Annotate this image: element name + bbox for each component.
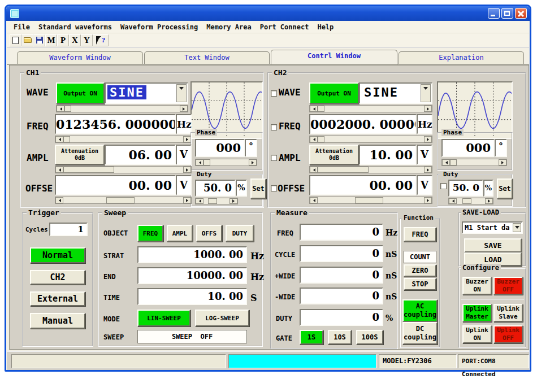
ch2-duty-set-button[interactable]: Set bbox=[497, 178, 513, 199]
ch2-wave-scrollbar[interactable] bbox=[309, 105, 432, 112]
save-memory-button[interactable]: SAVE bbox=[464, 238, 522, 252]
scroll-thumb[interactable] bbox=[462, 198, 471, 204]
sweep-off-button[interactable]: SWEEP OFF bbox=[137, 330, 247, 343]
ch1-ampl-scrollbar[interactable] bbox=[55, 166, 192, 173]
gate-10s-button[interactable]: 10S bbox=[328, 330, 352, 345]
ch2-freq-value[interactable]: 0002000. 000000 bbox=[309, 114, 417, 134]
title-bar[interactable] bbox=[6, 6, 530, 21]
memory-dropdown-button[interactable] bbox=[513, 223, 521, 232]
ch2-freq-scrollbar[interactable] bbox=[309, 136, 432, 143]
close-button[interactable] bbox=[515, 8, 527, 19]
ch2-ampl-scrollbar[interactable] bbox=[309, 166, 432, 173]
buzzer-on-button[interactable]: Buzzer ON bbox=[462, 277, 492, 295]
trigger-ch2-button[interactable]: CH2 bbox=[30, 270, 85, 285]
scroll-left-button[interactable] bbox=[55, 136, 63, 142]
new-file-button[interactable] bbox=[10, 34, 21, 46]
tab-explanation[interactable]: Explanation bbox=[399, 51, 524, 64]
maximize-button[interactable] bbox=[501, 8, 513, 19]
ch2-attenuation-button[interactable]: Attenuation 0dB bbox=[309, 145, 359, 165]
uplink-on-button[interactable]: Uplink ON bbox=[462, 325, 492, 343]
sweep-object-offs-button[interactable]: OFFS bbox=[196, 225, 222, 242]
scroll-left-button[interactable] bbox=[310, 106, 318, 112]
scroll-left-button[interactable] bbox=[196, 159, 203, 165]
sweep-strat-value[interactable]: 1000. 00 bbox=[137, 246, 247, 263]
sweep-object-ampl-button[interactable]: AMPL bbox=[167, 225, 193, 242]
ch1-freq-scrollbar[interactable] bbox=[55, 136, 192, 143]
scroll-thumb[interactable] bbox=[355, 197, 383, 203]
sweep-lin-button[interactable]: LIN-SWEEP bbox=[137, 310, 190, 326]
function-stop-button[interactable]: STOP bbox=[404, 278, 436, 290]
ch2-duty-scrollbar[interactable] bbox=[448, 198, 493, 204]
scroll-thumb[interactable] bbox=[318, 167, 369, 173]
scroll-right-button[interactable] bbox=[485, 198, 493, 204]
sweep-object-freq-button[interactable]: FREQ bbox=[137, 225, 163, 242]
scroll-right-button[interactable] bbox=[183, 197, 191, 203]
scroll-left-button[interactable] bbox=[310, 136, 318, 142]
ch2-ampl-checkbox[interactable] bbox=[271, 155, 277, 161]
tool-x-button[interactable]: X bbox=[69, 34, 81, 46]
sweep-object-duty-button[interactable]: DUTY bbox=[226, 225, 254, 242]
tab-text-window[interactable]: Text Window bbox=[144, 51, 270, 64]
ch2-wave-select[interactable]: SINE bbox=[359, 82, 432, 104]
ch1-attenuation-button[interactable]: Attenuation 0dB bbox=[55, 145, 105, 165]
trigger-normal-button[interactable]: Normal bbox=[30, 247, 85, 263]
ch2-freq-checkbox[interactable] bbox=[271, 124, 277, 130]
scroll-thumb[interactable] bbox=[63, 167, 114, 173]
ch1-duty-scrollbar[interactable] bbox=[195, 198, 238, 204]
function-freq-button[interactable]: FREQ bbox=[404, 227, 436, 242]
sweep-time-value[interactable]: 10. 00 bbox=[137, 288, 247, 305]
menu-standard-waveforms[interactable]: Standard waveforms bbox=[38, 23, 112, 31]
tool-y-button[interactable]: Y bbox=[81, 34, 93, 46]
ch2-output-on-button[interactable]: Output ON bbox=[309, 82, 359, 104]
ch1-offse-value[interactable]: 00. 00 bbox=[55, 175, 176, 195]
ch2-duty-value[interactable]: 50. 0 bbox=[448, 180, 483, 197]
scroll-left-button[interactable] bbox=[310, 167, 318, 173]
menu-file[interactable]: File bbox=[14, 23, 30, 31]
ch1-offse-scrollbar[interactable] bbox=[55, 197, 192, 204]
ch1-wave-scrollbar[interactable] bbox=[56, 105, 188, 112]
ac-coupling-button[interactable]: AC coupling bbox=[402, 299, 438, 322]
ch2-offse-checkbox[interactable] bbox=[271, 185, 277, 191]
scroll-left-button[interactable] bbox=[55, 167, 63, 173]
ch1-freq-value[interactable]: 0123456. 000000 bbox=[55, 114, 176, 134]
memory-select[interactable]: M1 Start da bbox=[462, 221, 523, 234]
ch2-phase-value[interactable]: 000 bbox=[441, 139, 495, 157]
context-help-button[interactable]: ? bbox=[93, 34, 109, 46]
trigger-manual-button[interactable]: Manual bbox=[30, 313, 85, 329]
ch1-output-on-button[interactable]: Output ON bbox=[56, 82, 105, 104]
sweep-end-value[interactable]: 10000. 00 bbox=[137, 267, 247, 284]
scroll-left-button[interactable] bbox=[196, 198, 203, 204]
scroll-right-button[interactable] bbox=[183, 167, 191, 173]
dc-coupling-button[interactable]: DC coupling bbox=[402, 322, 438, 345]
ch2-wave-checkbox[interactable] bbox=[271, 90, 277, 97]
scroll-left-button[interactable] bbox=[442, 159, 450, 165]
open-file-button[interactable] bbox=[21, 34, 33, 46]
menu-waveform-processing[interactable]: Waveform Processing bbox=[120, 23, 198, 31]
scroll-thumb[interactable] bbox=[318, 106, 324, 112]
buzzer-off-button[interactable]: Buzzer OFF bbox=[493, 277, 523, 295]
scroll-right-button[interactable] bbox=[180, 106, 188, 112]
sweep-log-button[interactable]: LOG-SWEEP bbox=[195, 310, 249, 326]
scroll-right-button[interactable] bbox=[229, 198, 237, 204]
ch2-offse-value[interactable]: 00. 00 bbox=[309, 175, 417, 195]
scroll-right-button[interactable] bbox=[249, 159, 257, 165]
menu-port-connect[interactable]: Port Connect bbox=[260, 23, 309, 31]
function-count-button[interactable]: COUNT bbox=[404, 251, 436, 263]
scroll-left-button[interactable] bbox=[55, 197, 63, 203]
gate-1s-button[interactable]: 1S bbox=[300, 330, 323, 345]
scroll-left-button[interactable] bbox=[449, 198, 457, 204]
trigger-external-button[interactable]: External bbox=[30, 291, 85, 306]
ch2-offse-scrollbar[interactable] bbox=[309, 197, 432, 204]
tab-waveform-window[interactable]: Waveform Window bbox=[17, 51, 143, 64]
function-zero-button[interactable]: ZERO bbox=[404, 264, 436, 277]
menu-help[interactable]: Help bbox=[317, 23, 334, 31]
scroll-thumb[interactable] bbox=[208, 198, 217, 204]
uplink-slave-button[interactable]: Uplink Slave bbox=[493, 304, 523, 322]
scroll-right-button[interactable] bbox=[424, 197, 432, 203]
ch1-wave-select[interactable]: SINE bbox=[105, 82, 188, 104]
scroll-right-button[interactable] bbox=[424, 167, 432, 173]
ch2-ampl-value[interactable]: 10. 00 bbox=[359, 145, 417, 165]
scroll-left-button[interactable] bbox=[310, 197, 318, 203]
scroll-thumb[interactable] bbox=[450, 159, 457, 165]
menu-memory-area[interactable]: Memory Area bbox=[206, 23, 251, 31]
